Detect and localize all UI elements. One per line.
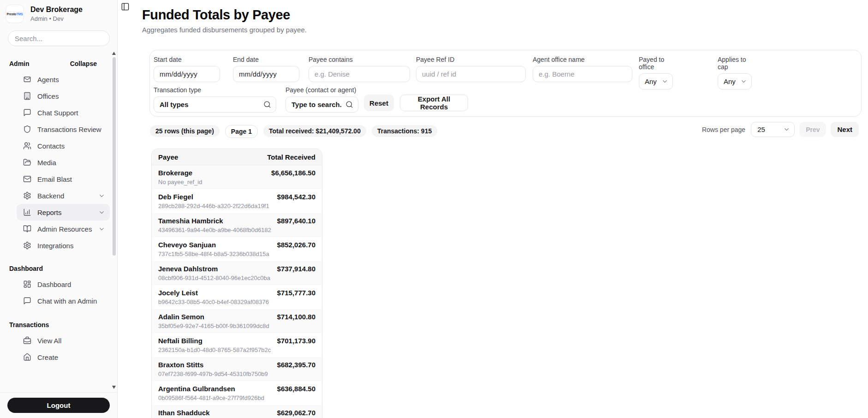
grid-icon (23, 280, 31, 288)
filter-label: Start date (154, 56, 220, 63)
sidebar-item[interactable]: Offices (17, 88, 110, 104)
chevron-down-icon (783, 126, 790, 133)
admin-nav: Agents Offices Chat Support T (17, 71, 110, 254)
filter-payee-contains: Payee contains (309, 56, 410, 82)
payee-ref-id: 43496361-9a94-4e0b-a9be-4068fb0d6182 (158, 227, 271, 233)
payee-name: Adalin Semon (158, 313, 269, 321)
logo-text-accent: TMS (16, 12, 23, 16)
logout-button[interactable]: Logout (7, 398, 110, 413)
payee-contains-input[interactable] (309, 66, 410, 82)
filter-label: Transaction type (154, 86, 276, 94)
building-icon (23, 92, 31, 100)
users-icon (23, 142, 31, 150)
briefcase-icon (23, 336, 31, 345)
column-header-total-received: Total Received (267, 153, 315, 161)
total-received-cell: $629,062.70 (277, 409, 315, 418)
sidebar-item-label: View All (37, 337, 61, 345)
applies-to-cap-select[interactable]: Any (718, 73, 752, 90)
shield-icon (23, 125, 31, 133)
total-received-cell: $636,884.50 (277, 385, 315, 405)
start-date-input[interactable] (154, 66, 220, 82)
sidebar-item[interactable]: Contacts (17, 137, 110, 154)
sidebar-item[interactable]: Dashboard (17, 276, 110, 293)
logo-text: Presto (7, 12, 17, 16)
chat-icon (23, 108, 31, 117)
chevron-down-icon (661, 78, 668, 85)
sidebar-item[interactable]: Integrations (17, 237, 110, 254)
sidebar-item[interactable]: Chat Support (17, 104, 110, 121)
payee-cell: Jocely Leist b9642c33-08b5-40c0-b4ef-083… (158, 289, 269, 309)
filter-label: Payee contains (309, 56, 410, 63)
payee-cell: Neftali Billing 2362150a-b1d0-48d0-8765-… (158, 337, 271, 357)
sidebar-item[interactable]: Create (17, 349, 110, 365)
sidebar-item[interactable]: Backend (17, 187, 110, 204)
brand: PrestoTMS Dev Brokerage Admin • Dev (0, 0, 117, 23)
next-page-button[interactable]: Next (831, 122, 859, 137)
payee-name: Brokerage (158, 169, 202, 177)
sidebar-item[interactable]: Agents (17, 71, 110, 88)
payee-cell: Tameshia Hambrick 43496361-9a94-4e0b-a9b… (158, 217, 271, 237)
payee-cell: Cheveyo Sanjuan 737c1fb5-58be-48f4-b8a5-… (158, 241, 269, 261)
search-icon (345, 101, 353, 108)
payee-name: Cheveyo Sanjuan (158, 241, 269, 249)
sidebar-item[interactable]: View All (17, 332, 110, 349)
sidebar-item[interactable]: Media (17, 154, 110, 171)
sidebar-item-label: Backend (37, 192, 64, 200)
end-date-input[interactable] (233, 66, 299, 82)
payee-totals-table: Payee Total Received Brokerage No payee_… (151, 149, 322, 418)
page-subtitle: Aggregates funded disbursements grouped … (142, 26, 307, 34)
collapse-button[interactable]: Collapse (70, 60, 97, 67)
sidebar-item[interactable]: Admin Resources (17, 221, 110, 237)
payee-cell: Brokerage No payee_ref_id (158, 169, 202, 189)
payee-ref-id: 07ef7238-f699-497b-9d54-45310fb750b9 (158, 370, 268, 377)
scroll-up-arrow[interactable] (112, 52, 116, 55)
table-header: Payee Total Received (152, 149, 322, 165)
total-received-cell: $715,777.30 (277, 289, 315, 309)
sidebar-item[interactable]: Email Blast (17, 171, 110, 187)
table-body: Brokerage No payee_ref_id $6,656,186.50 … (152, 165, 322, 418)
payed-to-office-select[interactable]: Any (639, 73, 673, 90)
mail-icon (23, 175, 31, 183)
filter-payee-search: Payee (contact or agent) (285, 86, 358, 113)
agent-office-input[interactable] (533, 66, 632, 82)
sidebar-item-label: Reports (37, 209, 62, 216)
sidebar-scrollbar[interactable] (113, 57, 116, 256)
sidebar-search-input[interactable] (8, 30, 110, 46)
payee-ref-id-input[interactable] (416, 66, 526, 82)
table-row: Tameshia Hambrick 43496361-9a94-4e0b-a9b… (152, 213, 322, 237)
filters-card: Start date End date Payee contains Payee… (149, 50, 862, 117)
sidebar-item[interactable]: Chat with an Admin (17, 293, 110, 309)
sidebar-toggle-icon[interactable] (121, 2, 130, 11)
rows-per-page-select[interactable]: 25 (751, 122, 795, 137)
filter-agent-office: Agent office name (533, 56, 632, 82)
section-label-transactions: Transactions (9, 321, 49, 328)
payee-ref-id: 289cb288-292d-446b-a320-2f22d6da19f1 (158, 203, 269, 209)
chart-icon (23, 208, 31, 216)
sidebar-item-label: Media (37, 159, 56, 167)
filter-start-date: Start date (154, 56, 220, 82)
total-received-cell: $6,656,186.50 (271, 169, 315, 189)
filter-transaction-type: Transaction type (154, 86, 276, 113)
payee-name: Ithan Shadduck (158, 409, 210, 417)
payee-name: Neftali Billing (158, 337, 271, 345)
transaction-type-input[interactable] (154, 96, 276, 113)
chevron-down-icon (98, 192, 105, 199)
chat-icon (23, 297, 31, 305)
sidebar-item-label: Chat with an Admin (37, 297, 97, 305)
filter-payee-ref-id: Payee Ref ID (416, 56, 526, 82)
prev-page-button[interactable]: Prev (799, 122, 826, 137)
chevron-down-icon (740, 78, 747, 85)
brand-subtitle: Admin • Dev (30, 15, 83, 22)
scroll-down-arrow[interactable] (112, 386, 116, 389)
transactions-section-header: Transactions (0, 321, 117, 328)
export-button[interactable]: Export All Records (400, 95, 468, 111)
transactions-nav: View All Create (17, 332, 110, 365)
table-row: Brokerage No payee_ref_id $6,656,186.50 (152, 165, 322, 189)
filter-applies-to-cap: Applies to cap Any (718, 56, 752, 90)
sidebar-item-label: Offices (37, 92, 59, 100)
table-row: Jocely Leist b9642c33-08b5-40c0-b4ef-083… (152, 285, 322, 309)
filter-end-date: End date (233, 56, 299, 82)
reset-button[interactable]: Reset (364, 95, 394, 111)
sidebar-item[interactable]: Reports (17, 204, 110, 221)
sidebar-item[interactable]: Transactions Review (17, 121, 110, 137)
